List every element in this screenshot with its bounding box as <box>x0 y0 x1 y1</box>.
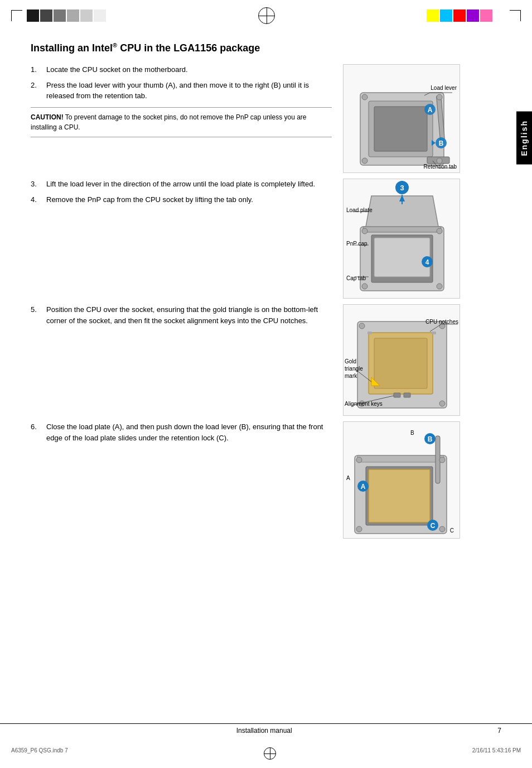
svg-rect-38 <box>432 332 436 334</box>
steps-1-2-text: 1. Locate the CPU socket on the motherbo… <box>31 64 343 173</box>
crosshair-bottom <box>264 747 276 760</box>
caution-box: CAUTION! To prevent damage to the socket… <box>31 107 332 137</box>
diagram-4-box: B A C B A C <box>343 421 460 539</box>
main-content: Installing an Intel® CPU in the LGA1156 … <box>0 31 502 575</box>
color-bar-black <box>27 9 39 22</box>
footer-page-number: 7 <box>497 727 501 735</box>
diagram-4: B A C B A C <box>343 421 471 539</box>
crosshair-center <box>258 7 275 24</box>
svg-point-61 <box>439 457 445 463</box>
svg-point-12 <box>437 158 442 164</box>
printer-marks-top <box>0 0 532 31</box>
step-2-num: 2. <box>31 80 46 102</box>
svg-rect-23 <box>374 238 430 277</box>
step-5-content: Position the CPU over the socket, ensuri… <box>46 304 332 326</box>
corner-mark-tl <box>11 10 22 21</box>
svg-text:3: 3 <box>400 184 404 192</box>
svg-point-27 <box>437 228 442 234</box>
diagram-2: 3 4 <box>343 179 471 299</box>
step-1-num: 1. <box>31 64 46 75</box>
svg-rect-52 <box>369 469 430 522</box>
color-bar-red <box>453 9 466 22</box>
svg-rect-35 <box>374 338 427 388</box>
svg-point-26 <box>362 228 367 234</box>
svg-point-10 <box>437 94 442 100</box>
svg-text:B: B <box>439 140 444 147</box>
color-bar-cyan <box>440 9 452 22</box>
svg-rect-2 <box>374 107 427 151</box>
page-title: Installing an Intel® CPU in the LGA1156 … <box>31 42 471 54</box>
svg-text:4: 4 <box>425 258 429 266</box>
svg-rect-50 <box>357 455 444 462</box>
diagram-4-svg: B A C <box>344 422 460 539</box>
step-5-num: 5. <box>31 304 46 326</box>
label-d4-a: A <box>346 475 350 481</box>
steps-5-text: 5. Position the CPU over the socket, ens… <box>31 304 343 416</box>
step-3-content: Lift the load lever in the direction of … <box>46 179 332 190</box>
step-2-content: Press the load lever with your thumb (A)… <box>46 80 332 102</box>
page-footer: Installation manual 7 <box>0 723 532 737</box>
svg-text:C: C <box>431 522 436 530</box>
steps-5-section: 5. Position the CPU over the socket, ens… <box>31 304 471 416</box>
label-cap-tab: Cap tab <box>346 275 366 281</box>
label-d4-b: B <box>410 430 414 436</box>
bottom-marks: A6359_P6 QSG.indb 7 2/16/11 5:43:16 PM <box>0 747 532 760</box>
caution-text: To prevent damage to the socket pins, do… <box>31 113 307 131</box>
steps-3-4-section: 3. Lift the load lever in the direction … <box>31 179 471 299</box>
diagram-2-box: 3 4 <box>343 179 460 299</box>
label-load-lever: Load lever <box>431 85 457 91</box>
steps-1-2-section: 1. Locate the CPU socket on the motherbo… <box>31 64 471 173</box>
svg-text:B: B <box>428 435 433 443</box>
label-cpu-notches: CPU notches <box>425 319 458 325</box>
step-3-num: 3. <box>31 179 46 190</box>
svg-point-44 <box>439 401 445 406</box>
label-gold-triangle: Goldtrianglemark <box>345 358 363 380</box>
color-bar-gray1 <box>40 9 52 22</box>
label-alignment-keys: Alignment keys <box>345 401 383 407</box>
steps-6-section: 6. Close the load plate (A), and then pu… <box>31 421 471 539</box>
steps-6-text: 6. Close the load plate (A), and then pu… <box>31 421 343 539</box>
diagram-3: CPU notches Goldtrianglemark Alignment k… <box>343 304 471 416</box>
diagram-3-box: CPU notches Goldtrianglemark Alignment k… <box>343 304 460 416</box>
label-retention-tab: Retention tab <box>424 164 457 170</box>
svg-point-29 <box>437 284 442 289</box>
color-bar-white <box>494 9 506 22</box>
step-1-content: Locate the CPU socket on the motherboard… <box>46 64 332 75</box>
step-6-content: Close the load plate (A), and then push … <box>46 421 332 443</box>
label-pnp-cap: PnP cap <box>346 241 367 247</box>
svg-rect-40 <box>404 393 410 397</box>
step-3: 3. Lift the load lever in the direction … <box>31 179 332 190</box>
language-tab: English <box>516 112 532 165</box>
step-6-num: 6. <box>31 421 46 443</box>
color-bar-gray5 <box>94 9 106 22</box>
svg-point-28 <box>362 284 367 289</box>
svg-rect-37 <box>367 332 372 334</box>
step-5: 5. Position the CPU over the socket, ens… <box>31 304 332 326</box>
diagram-1-box: A B <box>343 64 460 173</box>
svg-point-11 <box>362 158 367 164</box>
label-d4-c: C <box>450 527 454 534</box>
diagram-1-svg: A B <box>344 65 460 173</box>
color-bar-pink <box>480 9 492 22</box>
color-bar-violet <box>467 9 479 22</box>
steps-3-4-text: 3. Lift the load lever in the direction … <box>31 179 343 299</box>
step-4: 4. Remove the PnP cap from the CPU socke… <box>31 194 332 205</box>
color-bar-yellow <box>427 9 439 22</box>
corner-mark-tr <box>510 10 521 21</box>
svg-point-41 <box>359 323 365 329</box>
svg-text:A: A <box>361 483 366 491</box>
svg-point-60 <box>356 457 362 463</box>
svg-point-62 <box>356 526 362 532</box>
step-4-num: 4. <box>31 194 46 205</box>
step-4-content: Remove the PnP cap from the CPU socket b… <box>46 194 332 205</box>
bottom-left-text: A6359_P6 QSG.indb 7 <box>11 747 68 760</box>
footer-center: Installation manual <box>236 727 292 735</box>
color-bar-gray2 <box>54 9 66 22</box>
step-1: 1. Locate the CPU socket on the motherbo… <box>31 64 332 75</box>
svg-rect-39 <box>394 393 400 397</box>
label-load-plate: Load plate <box>346 207 373 213</box>
step-2: 2. Press the load lever with your thumb … <box>31 80 332 102</box>
bottom-right-text: 2/16/11 5:43:16 PM <box>472 747 521 760</box>
color-bar-gray3 <box>67 9 79 22</box>
svg-text:A: A <box>428 106 433 114</box>
